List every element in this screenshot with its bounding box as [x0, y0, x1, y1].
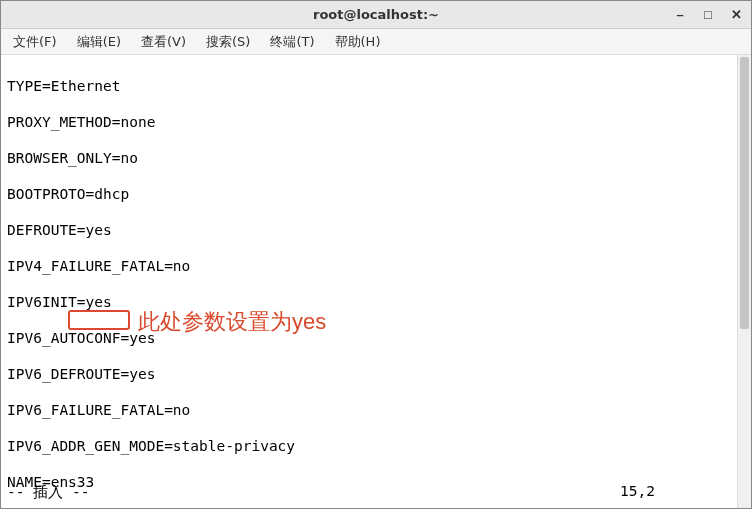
menu-edit[interactable]: 编辑(E) [73, 31, 125, 53]
config-line: BOOTPROTO=dhcp [7, 185, 745, 203]
vim-cursor-position: 15,2 [620, 483, 655, 499]
config-line: IPV6INIT=yes [7, 293, 745, 311]
menubar: 文件(F) 编辑(E) 查看(V) 搜索(S) 终端(T) 帮助(H) [1, 29, 751, 55]
terminal-content[interactable]: TYPE=Ethernet PROXY_METHOD=none BROWSER_… [1, 55, 751, 508]
scroll-thumb[interactable] [740, 57, 749, 329]
vim-status-line: -- 插入 -- 15,2 [7, 483, 745, 502]
config-line: IPV6_FAILURE_FATAL=no [7, 401, 745, 419]
config-line: IPV6_ADDR_GEN_MODE=stable-privacy [7, 437, 745, 455]
vim-mode: -- 插入 -- [7, 483, 89, 502]
titlebar: root@localhost:~ – □ ✕ [1, 1, 751, 29]
window-controls: – □ ✕ [669, 1, 747, 28]
terminal-window: root@localhost:~ – □ ✕ 文件(F) 编辑(E) 查看(V)… [0, 0, 752, 509]
menu-search[interactable]: 搜索(S) [202, 31, 254, 53]
config-line: TYPE=Ethernet [7, 77, 745, 95]
menu-file[interactable]: 文件(F) [9, 31, 61, 53]
menu-view[interactable]: 查看(V) [137, 31, 190, 53]
config-line: IPV6_DEFROUTE=yes [7, 365, 745, 383]
minimize-button[interactable]: – [669, 5, 691, 25]
config-line: IPV6_AUTOCONF=yes [7, 329, 745, 347]
config-line: BROWSER_ONLY=no [7, 149, 745, 167]
close-button[interactable]: ✕ [725, 5, 747, 25]
window-title: root@localhost:~ [313, 7, 439, 22]
config-line: DEFROUTE=yes [7, 221, 745, 239]
config-line: PROXY_METHOD=none [7, 113, 745, 131]
menu-help[interactable]: 帮助(H) [331, 31, 385, 53]
menu-terminal[interactable]: 终端(T) [266, 31, 318, 53]
scrollbar[interactable] [737, 55, 751, 508]
config-line: IPV4_FAILURE_FATAL=no [7, 257, 745, 275]
maximize-button[interactable]: □ [697, 5, 719, 25]
terminal-area[interactable]: TYPE=Ethernet PROXY_METHOD=none BROWSER_… [1, 55, 751, 508]
